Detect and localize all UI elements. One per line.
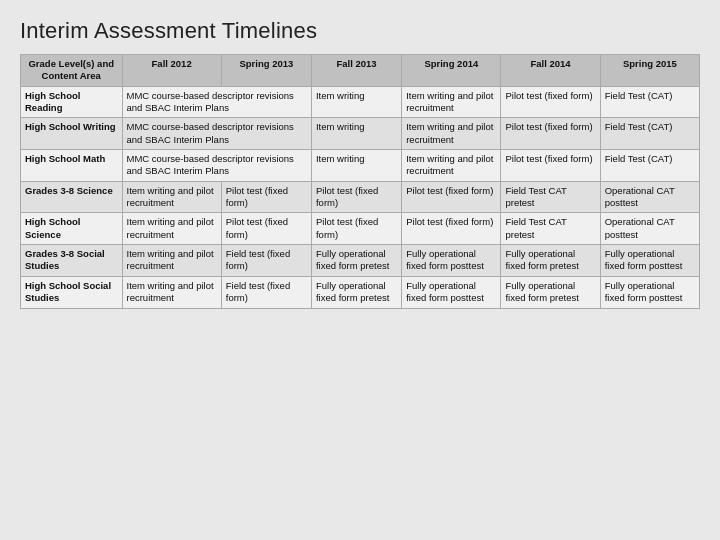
data-cell: Item writing and pilot recruitment [122,276,221,308]
grade-cell: High School Science [21,213,123,245]
table-row: High School MathMMC course-based descrip… [21,150,700,182]
page-title: Interim Assessment Timelines [20,18,700,44]
data-cell: Fully operational fixed form posttest [600,245,699,277]
data-cell: Operational CAT posttest [600,213,699,245]
data-cell: Item writing [311,150,401,182]
page: Interim Assessment Timelines Grade Level… [0,0,720,540]
timelines-table: Grade Level(s) and Content Area Fall 201… [20,54,700,309]
table-row: High School ReadingMMC course-based desc… [21,86,700,118]
data-cell: Pilot test (fixed form) [402,213,501,245]
col-header-spring2015: Spring 2015 [600,55,699,87]
data-cell: Field Test (CAT) [600,118,699,150]
data-cell: Item writing and pilot recruitment [402,150,501,182]
table-row: Grades 3-8 Social StudiesItem writing an… [21,245,700,277]
data-cell: MMC course-based descriptor revisions an… [122,118,311,150]
data-cell: Pilot test (fixed form) [501,118,600,150]
data-cell: Pilot test (fixed form) [311,181,401,213]
data-cell: Pilot test (fixed form) [221,213,311,245]
col-header-spring2013: Spring 2013 [221,55,311,87]
grade-cell: High School Math [21,150,123,182]
data-cell: Item writing and pilot recruitment [122,181,221,213]
grade-cell: High School Social Studies [21,276,123,308]
data-cell: MMC course-based descriptor revisions an… [122,150,311,182]
data-cell: Field Test (CAT) [600,86,699,118]
data-cell: Field test (fixed form) [221,276,311,308]
data-cell: Field Test CAT pretest [501,213,600,245]
data-cell: Item writing and pilot recruitment [402,86,501,118]
data-cell: Fully operational fixed form pretest [501,245,600,277]
col-header-fall2013: Fall 2013 [311,55,401,87]
table-row: High School WritingMMC course-based desc… [21,118,700,150]
grade-cell: Grades 3-8 Science [21,181,123,213]
data-cell: Fully operational fixed form posttest [402,276,501,308]
data-cell: Field Test (CAT) [600,150,699,182]
data-cell: Fully operational fixed form posttest [402,245,501,277]
table-row: High School Social StudiesItem writing a… [21,276,700,308]
table-row: Grades 3-8 ScienceItem writing and pilot… [21,181,700,213]
grade-cell: High School Writing [21,118,123,150]
data-cell: Item writing and pilot recruitment [122,213,221,245]
table-row: High School ScienceItem writing and pilo… [21,213,700,245]
data-cell: Pilot test (fixed form) [501,86,600,118]
data-cell: Pilot test (fixed form) [501,150,600,182]
data-cell: Pilot test (fixed form) [311,213,401,245]
col-header-spring2014: Spring 2014 [402,55,501,87]
data-cell: Pilot test (fixed form) [221,181,311,213]
col-header-fall2014: Fall 2014 [501,55,600,87]
data-cell: Fully operational fixed form pretest [311,245,401,277]
data-cell: Field test (fixed form) [221,245,311,277]
col-header-grade: Grade Level(s) and Content Area [21,55,123,87]
data-cell: Fully operational fixed form pretest [501,276,600,308]
grade-cell: Grades 3-8 Social Studies [21,245,123,277]
data-cell: Item writing [311,86,401,118]
grade-cell: High School Reading [21,86,123,118]
data-cell: Fully operational fixed form posttest [600,276,699,308]
data-cell: Item writing [311,118,401,150]
table-header-row: Grade Level(s) and Content Area Fall 201… [21,55,700,87]
col-header-fall2012: Fall 2012 [122,55,221,87]
data-cell: Operational CAT posttest [600,181,699,213]
data-cell: Fully operational fixed form pretest [311,276,401,308]
data-cell: Pilot test (fixed form) [402,181,501,213]
data-cell: MMC course-based descriptor revisions an… [122,86,311,118]
data-cell: Item writing and pilot recruitment [402,118,501,150]
data-cell: Field Test CAT pretest [501,181,600,213]
data-cell: Item writing and pilot recruitment [122,245,221,277]
